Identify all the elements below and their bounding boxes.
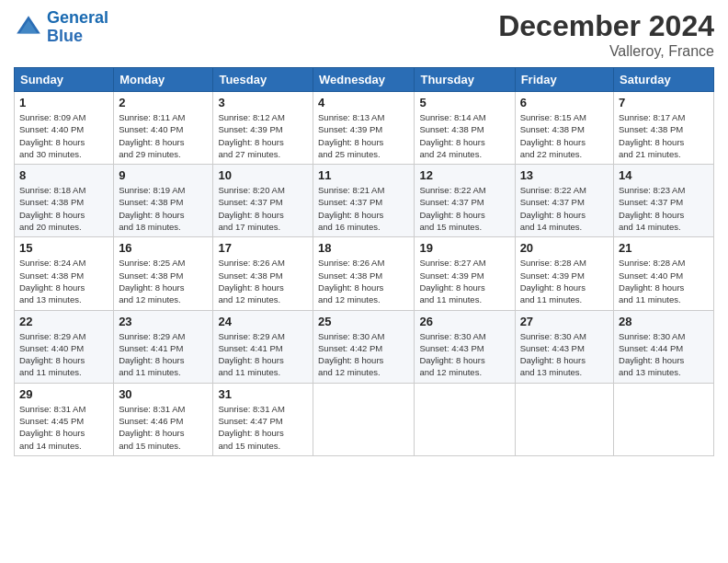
calendar-cell: 3Sunrise: 8:12 AM Sunset: 4:39 PM Daylig… xyxy=(213,92,313,165)
calendar-week-row: 8Sunrise: 8:18 AM Sunset: 4:38 PM Daylig… xyxy=(15,165,714,237)
calendar-cell: 22Sunrise: 8:29 AM Sunset: 4:40 PM Dayli… xyxy=(15,310,114,383)
calendar-cell xyxy=(415,383,515,455)
calendar-cell: 18Sunrise: 8:26 AM Sunset: 4:38 PM Dayli… xyxy=(313,237,415,310)
calendar-cell: 8Sunrise: 8:18 AM Sunset: 4:38 PM Daylig… xyxy=(15,165,114,237)
day-info: Sunrise: 8:09 AM Sunset: 4:40 PM Dayligh… xyxy=(19,111,108,160)
calendar-cell: 29Sunrise: 8:31 AM Sunset: 4:45 PM Dayli… xyxy=(15,383,114,455)
day-number: 1 xyxy=(19,96,108,109)
day-number: 15 xyxy=(19,241,108,255)
day-number: 9 xyxy=(119,168,208,182)
day-number: 10 xyxy=(218,168,308,182)
day-number: 27 xyxy=(520,315,609,328)
day-number: 28 xyxy=(619,315,709,328)
day-info: Sunrise: 8:25 AM Sunset: 4:38 PM Dayligh… xyxy=(119,257,208,305)
day-info: Sunrise: 8:18 AM Sunset: 4:38 PM Dayligh… xyxy=(19,184,108,233)
day-info: Sunrise: 8:31 AM Sunset: 4:45 PM Dayligh… xyxy=(19,403,108,452)
day-header-saturday: Saturday xyxy=(614,68,714,92)
day-number: 12 xyxy=(419,168,509,182)
calendar-week-row: 22Sunrise: 8:29 AM Sunset: 4:40 PM Dayli… xyxy=(15,310,714,383)
day-number: 8 xyxy=(19,168,108,182)
calendar-cell: 17Sunrise: 8:26 AM Sunset: 4:38 PM Dayli… xyxy=(213,237,313,310)
page: General Blue December 2024 Valleroy, Fra… xyxy=(0,0,728,563)
calendar-cell: 12Sunrise: 8:22 AM Sunset: 4:37 PM Dayli… xyxy=(415,165,515,237)
calendar-cell: 21Sunrise: 8:28 AM Sunset: 4:40 PM Dayli… xyxy=(614,237,714,310)
calendar-cell: 19Sunrise: 8:27 AM Sunset: 4:39 PM Dayli… xyxy=(415,237,515,310)
day-number: 7 xyxy=(619,96,709,109)
calendar-cell: 23Sunrise: 8:29 AM Sunset: 4:41 PM Dayli… xyxy=(114,310,213,383)
calendar-cell xyxy=(515,383,613,455)
logo-icon xyxy=(14,13,43,42)
calendar-cell: 9Sunrise: 8:19 AM Sunset: 4:38 PM Daylig… xyxy=(114,165,213,237)
day-number: 18 xyxy=(318,241,409,255)
day-number: 22 xyxy=(19,315,108,328)
day-number: 16 xyxy=(119,241,208,255)
logo-text: General Blue xyxy=(47,9,108,46)
day-info: Sunrise: 8:29 AM Sunset: 4:41 PM Dayligh… xyxy=(218,330,308,379)
day-number: 11 xyxy=(318,168,409,182)
calendar-week-row: 15Sunrise: 8:24 AM Sunset: 4:38 PM Dayli… xyxy=(15,237,714,310)
day-info: Sunrise: 8:21 AM Sunset: 4:37 PM Dayligh… xyxy=(318,184,409,233)
calendar-cell: 4Sunrise: 8:13 AM Sunset: 4:39 PM Daylig… xyxy=(313,92,415,165)
day-header-monday: Monday xyxy=(114,68,213,92)
day-info: Sunrise: 8:13 AM Sunset: 4:39 PM Dayligh… xyxy=(318,111,409,160)
calendar-cell: 31Sunrise: 8:31 AM Sunset: 4:47 PM Dayli… xyxy=(213,383,313,455)
day-info: Sunrise: 8:29 AM Sunset: 4:40 PM Dayligh… xyxy=(19,330,108,379)
logo: General Blue xyxy=(14,9,108,46)
day-info: Sunrise: 8:26 AM Sunset: 4:38 PM Dayligh… xyxy=(218,257,308,305)
calendar-cell: 24Sunrise: 8:29 AM Sunset: 4:41 PM Dayli… xyxy=(213,310,313,383)
header: General Blue December 2024 Valleroy, Fra… xyxy=(14,9,714,60)
calendar-cell: 15Sunrise: 8:24 AM Sunset: 4:38 PM Dayli… xyxy=(15,237,114,310)
day-number: 31 xyxy=(218,387,308,401)
day-info: Sunrise: 8:22 AM Sunset: 4:37 PM Dayligh… xyxy=(419,184,509,233)
calendar-cell xyxy=(313,383,415,455)
day-info: Sunrise: 8:27 AM Sunset: 4:39 PM Dayligh… xyxy=(419,257,509,305)
calendar-cell: 11Sunrise: 8:21 AM Sunset: 4:37 PM Dayli… xyxy=(313,165,415,237)
calendar-cell: 13Sunrise: 8:22 AM Sunset: 4:37 PM Dayli… xyxy=(515,165,613,237)
calendar-week-row: 1Sunrise: 8:09 AM Sunset: 4:40 PM Daylig… xyxy=(15,92,714,165)
day-number: 26 xyxy=(419,315,509,328)
day-info: Sunrise: 8:19 AM Sunset: 4:38 PM Dayligh… xyxy=(119,184,208,233)
day-number: 6 xyxy=(520,96,609,109)
day-number: 20 xyxy=(520,241,609,255)
day-header-sunday: Sunday xyxy=(15,68,114,92)
day-info: Sunrise: 8:12 AM Sunset: 4:39 PM Dayligh… xyxy=(218,111,308,160)
calendar-cell: 26Sunrise: 8:30 AM Sunset: 4:43 PM Dayli… xyxy=(415,310,515,383)
day-number: 30 xyxy=(119,387,208,401)
day-info: Sunrise: 8:30 AM Sunset: 4:42 PM Dayligh… xyxy=(318,330,409,379)
day-info: Sunrise: 8:11 AM Sunset: 4:40 PM Dayligh… xyxy=(119,111,208,160)
day-header-tuesday: Tuesday xyxy=(213,68,313,92)
day-number: 4 xyxy=(318,96,409,109)
day-number: 25 xyxy=(318,315,409,328)
calendar-cell: 20Sunrise: 8:28 AM Sunset: 4:39 PM Dayli… xyxy=(515,237,613,310)
calendar-cell xyxy=(614,383,714,455)
title-block: December 2024 Valleroy, France xyxy=(498,9,714,60)
day-info: Sunrise: 8:20 AM Sunset: 4:37 PM Dayligh… xyxy=(218,184,308,233)
day-number: 14 xyxy=(619,168,709,182)
day-info: Sunrise: 8:17 AM Sunset: 4:38 PM Dayligh… xyxy=(619,111,709,160)
main-title: December 2024 xyxy=(498,9,714,43)
day-number: 3 xyxy=(218,96,308,109)
calendar-cell: 28Sunrise: 8:30 AM Sunset: 4:44 PM Dayli… xyxy=(614,310,714,383)
calendar-week-row: 29Sunrise: 8:31 AM Sunset: 4:45 PM Dayli… xyxy=(15,383,714,455)
calendar-cell: 10Sunrise: 8:20 AM Sunset: 4:37 PM Dayli… xyxy=(213,165,313,237)
day-info: Sunrise: 8:26 AM Sunset: 4:38 PM Dayligh… xyxy=(318,257,409,305)
calendar-body: 1Sunrise: 8:09 AM Sunset: 4:40 PM Daylig… xyxy=(15,92,714,456)
day-number: 19 xyxy=(419,241,509,255)
day-info: Sunrise: 8:28 AM Sunset: 4:39 PM Dayligh… xyxy=(520,257,609,305)
day-info: Sunrise: 8:24 AM Sunset: 4:38 PM Dayligh… xyxy=(19,257,108,305)
day-info: Sunrise: 8:23 AM Sunset: 4:37 PM Dayligh… xyxy=(619,184,709,233)
day-number: 5 xyxy=(419,96,509,109)
day-info: Sunrise: 8:30 AM Sunset: 4:44 PM Dayligh… xyxy=(619,330,709,379)
calendar-cell: 6Sunrise: 8:15 AM Sunset: 4:38 PM Daylig… xyxy=(515,92,613,165)
day-info: Sunrise: 8:30 AM Sunset: 4:43 PM Dayligh… xyxy=(419,330,509,379)
calendar-cell: 5Sunrise: 8:14 AM Sunset: 4:38 PM Daylig… xyxy=(415,92,515,165)
calendar-cell: 1Sunrise: 8:09 AM Sunset: 4:40 PM Daylig… xyxy=(15,92,114,165)
day-info: Sunrise: 8:15 AM Sunset: 4:38 PM Dayligh… xyxy=(520,111,609,160)
day-number: 2 xyxy=(119,96,208,109)
day-number: 17 xyxy=(218,241,308,255)
calendar-header-row: SundayMondayTuesdayWednesdayThursdayFrid… xyxy=(15,68,714,92)
day-number: 21 xyxy=(619,241,709,255)
calendar-cell: 16Sunrise: 8:25 AM Sunset: 4:38 PM Dayli… xyxy=(114,237,213,310)
calendar-cell: 2Sunrise: 8:11 AM Sunset: 4:40 PM Daylig… xyxy=(114,92,213,165)
day-header-thursday: Thursday xyxy=(415,68,515,92)
